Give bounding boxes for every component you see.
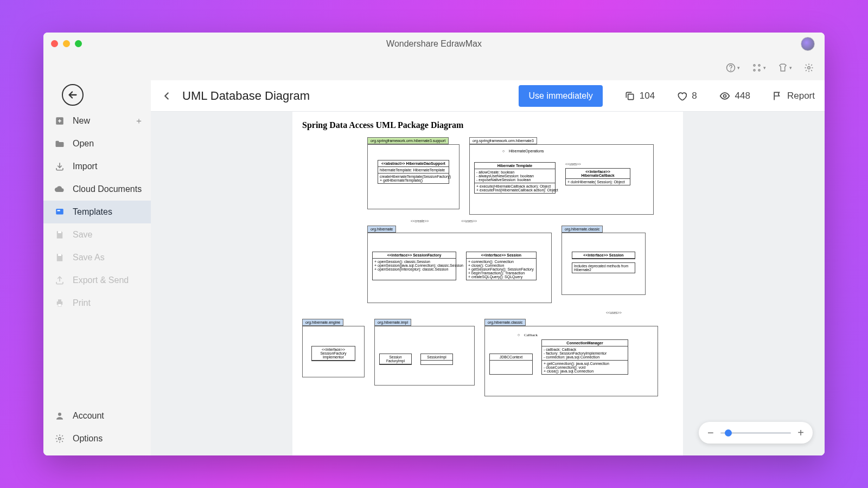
use-immediately-button[interactable]: Use immediately (519, 85, 602, 107)
sidebar-label: Print (73, 298, 91, 308)
svg-point-15 (58, 413, 61, 416)
sidebar-label: Open (73, 139, 94, 149)
sidebar-label: Options (73, 434, 103, 444)
svg-point-2 (754, 65, 755, 66)
package-tab: org.hibernate (367, 226, 396, 233)
sidebar-label: Account (73, 411, 104, 421)
sidebar-item-options[interactable]: Options (43, 427, 151, 450)
stat-likes[interactable]: 8 (676, 91, 697, 101)
zoom-slider[interactable] (720, 432, 792, 434)
diagram-paper: Spring Data Access UML Package Diagram o… (292, 112, 683, 455)
main-panel: UML Database Diagram Use immediately 104… (151, 80, 825, 455)
save-icon (54, 229, 65, 240)
template-header: UML Database Diagram Use immediately 104… (151, 80, 825, 112)
diagram-title: Spring Data Access UML Package Diagram (302, 120, 673, 130)
shirt-icon[interactable]: ▾ (778, 63, 792, 73)
svg-rect-14 (58, 304, 61, 307)
zoom-out-button[interactable]: − (707, 427, 714, 439)
maximize-window-button[interactable] (75, 40, 82, 47)
sidebar-item-new[interactable]: New ＋ (43, 110, 151, 132)
sidebar-item-print: Print (43, 292, 151, 314)
account-icon (54, 410, 65, 421)
sidebar-item-templates[interactable]: Templates (43, 201, 151, 223)
sidebar-label: New (73, 116, 90, 126)
package-tab: org.hibernate.engine (302, 319, 343, 326)
sidebar-label: Import (73, 162, 97, 171)
package-tab: org.springframework.orm.hibernate3.suppo… (367, 137, 449, 144)
sidebar-item-save: Save (43, 223, 151, 246)
avatar[interactable] (801, 37, 815, 51)
sidebar-item-cloud[interactable]: Cloud Documents (43, 178, 151, 201)
window-controls (51, 40, 82, 47)
sidebar-item-save-as: Save As (43, 246, 151, 269)
svg-rect-13 (58, 299, 61, 301)
svg-point-6 (808, 67, 810, 69)
header-back-button[interactable] (161, 90, 173, 102)
sidebar-item-export: Export & Send (43, 269, 151, 292)
sidebar-label: Cloud Documents (73, 184, 142, 194)
folder-icon (54, 138, 65, 149)
save-as-icon (54, 252, 65, 263)
titlebar: Wondershare EdrawMax (43, 33, 825, 55)
svg-rect-10 (58, 231, 61, 233)
grid-icon[interactable]: ▾ (752, 63, 766, 73)
print-icon (54, 298, 65, 309)
report-button[interactable]: Report (772, 91, 815, 101)
svg-point-18 (723, 94, 726, 97)
svg-rect-9 (58, 210, 60, 211)
package-tab: org.hibernate.classic (484, 319, 526, 326)
stat-views[interactable]: 448 (719, 91, 750, 101)
svg-point-16 (59, 438, 61, 440)
page-title: UML Database Diagram (182, 89, 310, 103)
stat-copies[interactable]: 104 (624, 91, 655, 101)
zoom-control[interactable]: − + (699, 422, 813, 444)
gear-icon (54, 433, 65, 444)
top-toolbar: ▾ ▾ ▾ (43, 55, 825, 80)
help-icon[interactable]: ▾ (726, 63, 740, 73)
plus-square-icon (54, 115, 65, 126)
svg-point-3 (758, 65, 760, 66)
app-window: Wondershare EdrawMax ▾ ▾ ▾ (43, 33, 825, 455)
gear-icon[interactable] (804, 63, 814, 73)
close-window-button[interactable] (51, 40, 58, 47)
export-icon (54, 275, 65, 286)
svg-rect-8 (56, 209, 63, 215)
svg-point-1 (731, 70, 731, 70)
sidebar-label: Export & Send (73, 275, 129, 285)
package-tab: org.hibernate.impl (374, 319, 411, 326)
import-icon (54, 161, 65, 172)
app-title: Wondershare EdrawMax (386, 39, 482, 49)
sidebar-item-account[interactable]: Account (43, 404, 151, 427)
svg-point-4 (754, 69, 755, 71)
sidebar-label: Save As (73, 253, 105, 262)
templates-icon (54, 207, 65, 217)
zoom-in-button[interactable]: + (797, 427, 804, 439)
back-button[interactable] (62, 84, 84, 106)
minimize-window-button[interactable] (63, 40, 70, 47)
sidebar-item-open[interactable]: Open (43, 132, 151, 155)
package-tab: org.hibernate.classic (561, 226, 603, 233)
sidebar: New ＋ Open Import Cloud Documents (43, 80, 151, 455)
add-icon[interactable]: ＋ (135, 115, 143, 127)
package-tab: org.springframework.orm.hibernate3 (469, 137, 537, 144)
sidebar-label: Templates (73, 207, 112, 217)
svg-point-5 (758, 69, 760, 71)
sidebar-item-import[interactable]: Import (43, 155, 151, 178)
canvas-area: Spring Data Access UML Package Diagram o… (151, 112, 825, 455)
sidebar-label: Save (73, 230, 92, 240)
svg-rect-11 (58, 254, 61, 256)
cloud-icon (54, 184, 65, 195)
svg-rect-17 (628, 94, 633, 99)
